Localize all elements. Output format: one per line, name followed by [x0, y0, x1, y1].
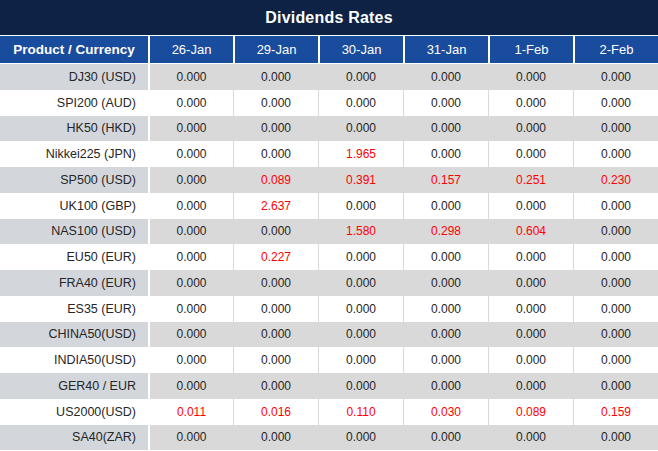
- rate-value: 2.637: [233, 193, 318, 219]
- rate-value: 0.000: [488, 116, 573, 142]
- table-row: SPI200 (AUD)0.0000.0000.0000.0000.0000.0…: [0, 90, 658, 116]
- rate-value: 0.000: [488, 90, 573, 116]
- rate-value: 0.391: [318, 167, 403, 193]
- rate-value: 0.000: [403, 90, 488, 116]
- table-row: FRA40 (EUR)0.0000.0000.0000.0000.0000.00…: [0, 270, 658, 296]
- column-header-26-jan: 26-Jan: [148, 36, 233, 63]
- rate-value: 0.000: [318, 64, 403, 90]
- rate-value: 0.000: [488, 64, 573, 90]
- rate-value: 0.000: [148, 167, 233, 193]
- product-label: SA40(ZAR): [0, 425, 148, 451]
- rate-value: 0.298: [403, 219, 488, 245]
- rate-value: 0.000: [233, 141, 318, 167]
- rate-value: 0.000: [488, 322, 573, 348]
- product-label: DJ30 (USD): [0, 64, 148, 90]
- table-row: GER40 / EUR0.0000.0000.0000.0000.0000.00…: [0, 373, 658, 399]
- rate-value: 0.000: [318, 347, 403, 373]
- rate-value: 0.000: [573, 90, 658, 116]
- rate-value: 0.000: [318, 296, 403, 322]
- column-header-product-currency: Product / Currency: [0, 36, 148, 63]
- rate-value: 0.030: [403, 399, 488, 425]
- rate-value: 0.000: [233, 296, 318, 322]
- column-header-29-jan: 29-Jan: [233, 36, 318, 63]
- table-header: Product / Currency 26-Jan 29-Jan 30-Jan …: [0, 36, 658, 64]
- rate-value: 0.000: [233, 373, 318, 399]
- rate-value: 0.230: [573, 167, 658, 193]
- table-row: CHINA50(USD)0.0000.0000.0000.0000.0000.0…: [0, 322, 658, 348]
- page-title: Dividends Rates: [0, 0, 658, 36]
- table-row: SA40(ZAR)0.0000.0000.0000.0000.0000.000: [0, 425, 658, 451]
- rate-value: 0.000: [148, 270, 233, 296]
- column-header-2-feb: 2-Feb: [573, 36, 658, 63]
- rate-value: 0.000: [403, 244, 488, 270]
- rate-value: 1.580: [318, 219, 403, 245]
- table-row: DJ30 (USD)0.0000.0000.0000.0000.0000.000: [0, 64, 658, 90]
- rate-value: 0.000: [573, 425, 658, 451]
- rate-value: 0.000: [403, 373, 488, 399]
- rate-value: 0.000: [148, 373, 233, 399]
- rate-value: 0.227: [233, 244, 318, 270]
- rate-value: 0.089: [488, 399, 573, 425]
- rate-value: 0.110: [318, 399, 403, 425]
- rate-value: 0.000: [148, 64, 233, 90]
- rate-value: 0.000: [318, 373, 403, 399]
- rate-value: 0.000: [403, 116, 488, 142]
- product-label: CHINA50(USD): [0, 322, 148, 348]
- rate-value: 0.604: [488, 219, 573, 245]
- table-row: UK100 (GBP)0.0002.6370.0000.0000.0000.00…: [0, 193, 658, 219]
- rate-value: 0.000: [488, 193, 573, 219]
- table-row: HK50 (HKD)0.0000.0000.0000.0000.0000.000: [0, 116, 658, 142]
- rate-value: 0.000: [488, 141, 573, 167]
- rate-value: 0.000: [233, 270, 318, 296]
- rate-value: 0.000: [573, 270, 658, 296]
- rate-value: 0.000: [148, 141, 233, 167]
- rate-value: 0.000: [403, 64, 488, 90]
- table-row: NAS100 (USD)0.0000.0001.5800.2980.6040.0…: [0, 219, 658, 245]
- rate-value: 0.000: [403, 270, 488, 296]
- rate-value: 0.000: [403, 347, 488, 373]
- rate-value: 0.000: [488, 373, 573, 399]
- product-label: SP500 (USD): [0, 167, 148, 193]
- rate-value: 0.000: [403, 425, 488, 451]
- table-row: Nikkei225 (JPN)0.0000.0001.9650.0000.000…: [0, 141, 658, 167]
- rate-value: 0.000: [573, 244, 658, 270]
- table-row: US2000(USD)0.0110.0160.1100.0300.0890.15…: [0, 399, 658, 425]
- rate-value: 0.016: [233, 399, 318, 425]
- rate-value: 0.000: [318, 425, 403, 451]
- product-label: US2000(USD): [0, 399, 148, 425]
- rate-value: 0.000: [573, 219, 658, 245]
- table-body: DJ30 (USD)0.0000.0000.0000.0000.0000.000…: [0, 64, 658, 451]
- table-row: ES35 (EUR)0.0000.0000.0000.0000.0000.000: [0, 296, 658, 322]
- product-label: NAS100 (USD): [0, 219, 148, 245]
- product-label: SPI200 (AUD): [0, 90, 148, 116]
- rate-value: 0.000: [318, 116, 403, 142]
- product-label: ES35 (EUR): [0, 296, 148, 322]
- rate-value: 0.011: [148, 399, 233, 425]
- rate-value: 0.000: [233, 425, 318, 451]
- rate-value: 0.000: [403, 296, 488, 322]
- table-row: EU50 (EUR)0.0000.2270.0000.0000.0000.000: [0, 244, 658, 270]
- rate-value: 0.000: [233, 347, 318, 373]
- product-label: UK100 (GBP): [0, 193, 148, 219]
- dividends-rates-widget: Dividends Rates Product / Currency 26-Ja…: [0, 0, 658, 451]
- rate-value: 0.000: [488, 270, 573, 296]
- rate-value: 0.000: [318, 322, 403, 348]
- column-header-1-feb: 1-Feb: [488, 36, 573, 63]
- rate-value: 0.000: [573, 373, 658, 399]
- table-row: INDIA50(USD)0.0000.0000.0000.0000.0000.0…: [0, 347, 658, 373]
- rate-value: 0.000: [573, 296, 658, 322]
- rate-value: 0.159: [573, 399, 658, 425]
- product-label: FRA40 (EUR): [0, 270, 148, 296]
- rate-value: 0.000: [318, 244, 403, 270]
- rate-value: 0.000: [233, 322, 318, 348]
- rate-value: 0.089: [233, 167, 318, 193]
- rate-value: 0.000: [488, 347, 573, 373]
- rate-value: 0.000: [488, 244, 573, 270]
- rate-value: 0.000: [403, 193, 488, 219]
- column-header-31-jan: 31-Jan: [403, 36, 488, 63]
- rate-value: 0.000: [488, 425, 573, 451]
- rate-value: 1.965: [318, 141, 403, 167]
- rate-value: 0.000: [573, 322, 658, 348]
- rate-value: 0.000: [573, 347, 658, 373]
- rate-value: 0.251: [488, 167, 573, 193]
